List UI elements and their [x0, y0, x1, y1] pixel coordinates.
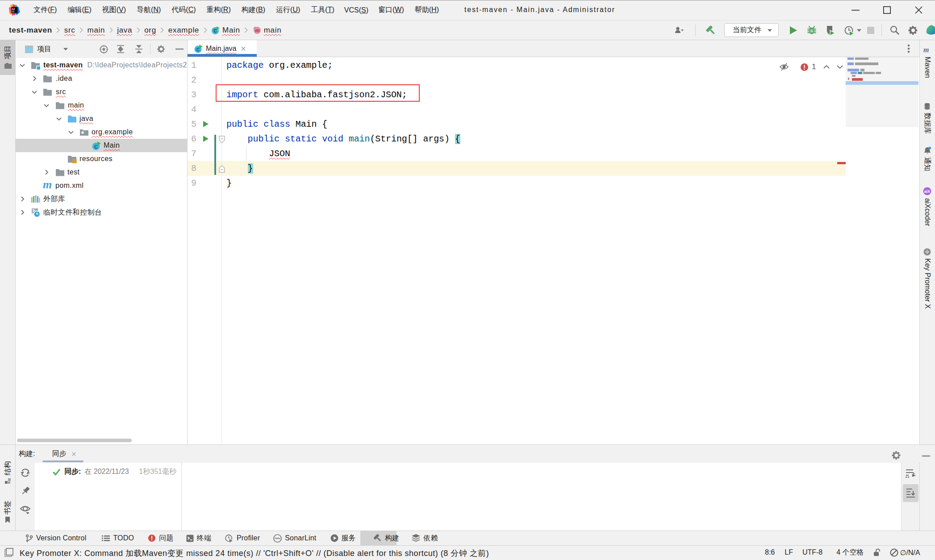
svg-text:m: m	[923, 47, 929, 53]
svg-text:IJ: IJ	[12, 8, 15, 11]
svg-text:C: C	[94, 144, 98, 149]
svg-text:aiX: aiX	[924, 189, 931, 194]
svg-text:m: m	[255, 28, 259, 33]
